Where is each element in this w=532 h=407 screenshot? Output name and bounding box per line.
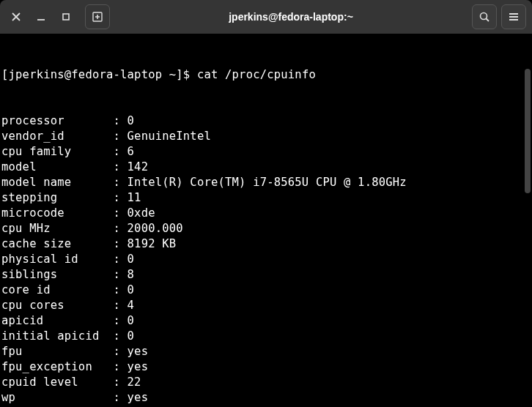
search-button[interactable] <box>472 4 497 29</box>
cpuinfo-row: model name : Intel(R) Core(TM) i7-8565U … <box>1 175 531 190</box>
command: cat /proc/cpuinfo <box>197 68 316 81</box>
cpuinfo-row: cpuid level : 22 <box>1 375 531 390</box>
maximize-icon <box>61 12 71 22</box>
close-button[interactable] <box>6 7 26 27</box>
maximize-button[interactable] <box>56 7 76 27</box>
cpuinfo-row: core id : 0 <box>1 283 531 298</box>
cpuinfo-row: wp : yes <box>1 390 531 406</box>
cpuinfo-row: cpu MHz : 2000.000 <box>1 221 531 236</box>
new-tab-icon <box>92 11 103 23</box>
terminal-viewport[interactable]: [jperkins@fedora-laptop ~]$ cat /proc/cp… <box>0 34 532 407</box>
cpuinfo-row: initial apicid : 0 <box>1 329 531 344</box>
titlebar: jperkins@fedora-laptop:~ <box>0 0 532 34</box>
svg-rect-0 <box>63 14 69 20</box>
cpuinfo-row: siblings : 8 <box>1 267 531 283</box>
cpuinfo-row: processor : 0 <box>1 113 531 129</box>
search-icon <box>479 11 490 23</box>
scrollbar-thumb[interactable] <box>525 69 531 193</box>
terminal-output: [jperkins@fedora-laptop ~]$ cat /proc/cp… <box>1 37 531 407</box>
cpuinfo-row: cache size : 8192 KB <box>1 236 531 252</box>
cpuinfo-row: apicid : 0 <box>1 313 531 329</box>
minimize-button[interactable] <box>31 7 51 27</box>
cpuinfo-row: microcode : 0xde <box>1 206 531 221</box>
window-controls-left <box>6 4 110 29</box>
cpuinfo-row: cpu family : 6 <box>1 144 531 160</box>
menu-button[interactable] <box>501 4 526 29</box>
new-tab-button[interactable] <box>85 4 110 29</box>
cpuinfo-row: cpu cores : 4 <box>1 298 531 313</box>
cpuinfo-row: physical id : 0 <box>1 252 531 267</box>
cpuinfo-row: model : 142 <box>1 160 531 175</box>
cpuinfo-row: fpu : yes <box>1 344 531 359</box>
cpuinfo-row: stepping : 11 <box>1 190 531 206</box>
close-icon <box>11 12 21 22</box>
prompt-line: [jperkins@fedora-laptop ~]$ cat /proc/cp… <box>1 67 531 83</box>
window-title: jperkins@fedora-laptop:~ <box>114 11 468 23</box>
minimize-icon <box>36 12 46 22</box>
svg-point-2 <box>481 13 487 20</box>
hamburger-icon <box>508 11 520 23</box>
prompt: [jperkins@fedora-laptop ~]$ <box>1 68 190 81</box>
cpuinfo-row: fpu_exception : yes <box>1 359 531 375</box>
cpuinfo-row: vendor_id : GenuineIntel <box>1 129 531 144</box>
window-controls-right <box>472 4 526 29</box>
